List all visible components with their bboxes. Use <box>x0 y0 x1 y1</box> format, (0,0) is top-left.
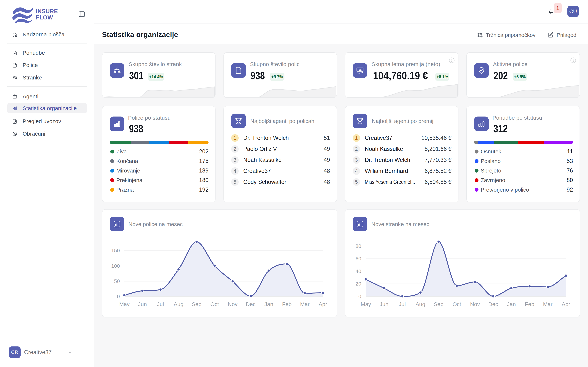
svg-text:60: 60 <box>355 256 361 261</box>
svg-text:Oct: Oct <box>210 301 219 307</box>
svg-text:Feb: Feb <box>282 301 292 307</box>
svg-text:Jun: Jun <box>380 301 389 307</box>
svg-text:Oct: Oct <box>453 301 461 307</box>
svg-text:Nov: Nov <box>470 301 480 307</box>
svg-text:Apr: Apr <box>562 301 570 307</box>
svg-text:80: 80 <box>355 243 361 249</box>
svg-text:0: 0 <box>117 294 120 299</box>
svg-text:Feb: Feb <box>525 301 534 307</box>
svg-text:Mar: Mar <box>300 301 310 307</box>
svg-text:Apr: Apr <box>319 301 327 307</box>
svg-text:Mar: Mar <box>543 301 553 307</box>
svg-text:Aug: Aug <box>415 301 425 307</box>
svg-text:50: 50 <box>114 278 120 284</box>
svg-text:40: 40 <box>355 268 361 274</box>
svg-text:Aug: Aug <box>174 301 183 307</box>
svg-text:Dec: Dec <box>246 301 255 307</box>
svg-text:Sep: Sep <box>192 301 201 307</box>
svg-text:150: 150 <box>111 248 120 253</box>
svg-text:Jan: Jan <box>507 301 516 307</box>
svg-text:Jan: Jan <box>264 301 273 307</box>
svg-text:Nov: Nov <box>228 301 237 307</box>
svg-text:Sep: Sep <box>434 301 443 307</box>
svg-text:Jul: Jul <box>157 301 164 307</box>
svg-text:Dec: Dec <box>488 301 498 307</box>
svg-text:May: May <box>361 301 371 307</box>
svg-text:20: 20 <box>355 281 361 287</box>
svg-text:May: May <box>119 301 130 307</box>
svg-text:0: 0 <box>358 294 361 299</box>
svg-text:Jul: Jul <box>399 301 406 307</box>
svg-text:Jun: Jun <box>138 301 147 307</box>
svg-text:100: 100 <box>111 263 120 269</box>
